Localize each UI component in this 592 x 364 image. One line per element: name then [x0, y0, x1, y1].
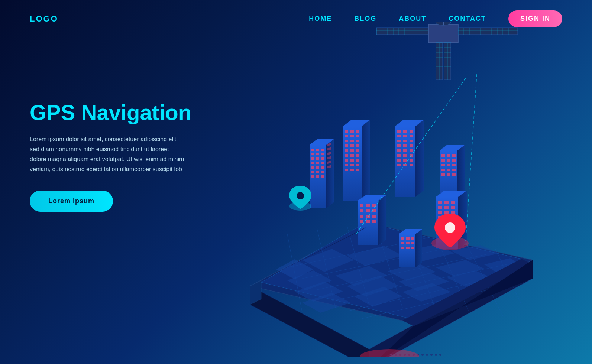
svg-rect-52	[321, 166, 324, 169]
svg-rect-54	[316, 171, 319, 173]
svg-rect-179	[401, 242, 404, 244]
svg-rect-73	[356, 135, 359, 137]
svg-rect-48	[316, 162, 319, 164]
svg-rect-79	[356, 144, 359, 147]
svg-rect-41	[311, 153, 314, 155]
svg-rect-84	[350, 154, 354, 157]
cta-button[interactable]: Lorem ipsum	[30, 191, 113, 212]
svg-rect-105	[403, 140, 407, 142]
svg-rect-114	[403, 154, 407, 157]
svg-rect-153	[366, 220, 370, 223]
svg-rect-58	[321, 175, 324, 178]
svg-rect-98	[397, 130, 401, 133]
svg-rect-56	[311, 175, 314, 178]
svg-rect-46	[321, 157, 324, 160]
svg-rect-129	[447, 159, 450, 162]
svg-rect-109	[410, 144, 413, 147]
svg-rect-126	[447, 154, 450, 157]
svg-rect-77	[345, 144, 348, 147]
svg-rect-116	[397, 159, 401, 162]
svg-rect-93	[350, 169, 354, 171]
svg-rect-136	[452, 169, 456, 171]
hero-section: GPS Navigation Lorem ipsum dolor sit ame…	[30, 100, 191, 212]
svg-rect-91	[356, 164, 359, 166]
svg-rect-159	[444, 201, 449, 204]
svg-point-199	[435, 354, 437, 356]
svg-rect-87	[350, 159, 354, 162]
svg-rect-180	[406, 242, 410, 244]
svg-rect-165	[444, 211, 449, 214]
svg-rect-78	[350, 144, 354, 147]
svg-rect-82	[356, 149, 359, 152]
svg-rect-121	[410, 164, 413, 166]
svg-marker-66	[362, 120, 370, 201]
signin-button[interactable]: SIGN IN	[508, 10, 562, 27]
svg-rect-176	[401, 237, 404, 240]
svg-rect-69	[350, 130, 354, 133]
svg-rect-70	[356, 130, 359, 133]
svg-rect-178	[411, 237, 414, 240]
svg-rect-147	[366, 209, 370, 212]
svg-rect-81	[350, 149, 354, 152]
nav-about[interactable]: ABOUT	[399, 15, 426, 23]
svg-rect-152	[360, 220, 363, 223]
svg-rect-130	[452, 159, 456, 162]
svg-point-227	[297, 192, 304, 199]
svg-rect-138	[447, 173, 450, 176]
svg-rect-88	[356, 159, 359, 162]
svg-rect-94	[356, 169, 359, 171]
svg-marker-141	[378, 195, 386, 245]
svg-rect-160	[451, 201, 455, 204]
svg-rect-39	[316, 149, 319, 151]
hero-illustration	[198, 22, 592, 357]
svg-rect-92	[345, 169, 348, 171]
svg-rect-101	[397, 135, 401, 137]
svg-rect-40	[321, 149, 324, 151]
hero-description: Lorem ipsum dolor sit amet, consectetuer…	[30, 134, 186, 175]
svg-point-196	[421, 354, 424, 356]
svg-rect-44	[311, 157, 314, 160]
svg-rect-112	[410, 149, 413, 152]
svg-rect-50	[311, 166, 314, 169]
svg-rect-133	[452, 164, 456, 166]
svg-rect-166	[451, 211, 455, 214]
svg-rect-182	[401, 247, 404, 249]
svg-rect-131	[441, 164, 445, 166]
svg-rect-38	[311, 149, 314, 151]
svg-rect-127	[452, 154, 456, 157]
svg-rect-100	[410, 130, 413, 133]
svg-rect-51	[316, 166, 319, 169]
nav-blog[interactable]: BLOG	[354, 15, 376, 23]
svg-point-197	[426, 354, 428, 356]
svg-rect-139	[452, 173, 456, 176]
svg-rect-53	[311, 171, 314, 173]
svg-rect-106	[410, 140, 413, 142]
svg-rect-181	[411, 242, 414, 244]
nav-home[interactable]: HOME	[309, 15, 332, 23]
svg-rect-103	[410, 135, 413, 137]
nav-contact[interactable]: CONTACT	[449, 15, 486, 23]
svg-rect-102	[403, 135, 407, 137]
svg-rect-80	[345, 149, 348, 152]
svg-rect-177	[406, 237, 410, 240]
svg-rect-99	[403, 130, 407, 133]
svg-rect-132	[447, 164, 450, 166]
svg-rect-117	[403, 159, 407, 162]
svg-rect-55	[321, 171, 324, 173]
nav-links: HOME BLOG ABOUT CONTACT SIGN IN	[309, 10, 562, 27]
svg-rect-49	[321, 162, 324, 164]
svg-rect-164	[438, 211, 442, 214]
svg-rect-108	[403, 144, 407, 147]
svg-rect-111	[403, 149, 407, 152]
svg-rect-45	[316, 157, 319, 160]
svg-line-271	[466, 74, 477, 241]
svg-rect-107	[397, 144, 401, 147]
svg-rect-90	[350, 164, 354, 166]
svg-rect-119	[397, 164, 401, 166]
svg-rect-75	[350, 140, 354, 142]
svg-point-200	[439, 354, 441, 356]
svg-rect-68	[345, 130, 348, 133]
svg-marker-96	[415, 120, 424, 197]
svg-rect-83	[345, 154, 348, 157]
svg-rect-183	[406, 247, 410, 249]
